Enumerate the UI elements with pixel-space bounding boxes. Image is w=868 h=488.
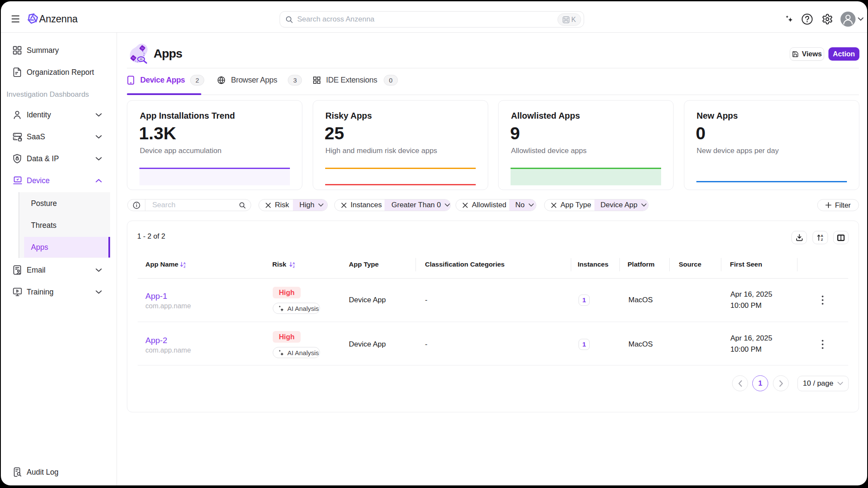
- svg-text:Z: Z: [293, 265, 295, 268]
- svg-text:A: A: [821, 234, 823, 238]
- svg-text:Z: Z: [184, 265, 186, 268]
- svg-text:Z: Z: [821, 238, 823, 241]
